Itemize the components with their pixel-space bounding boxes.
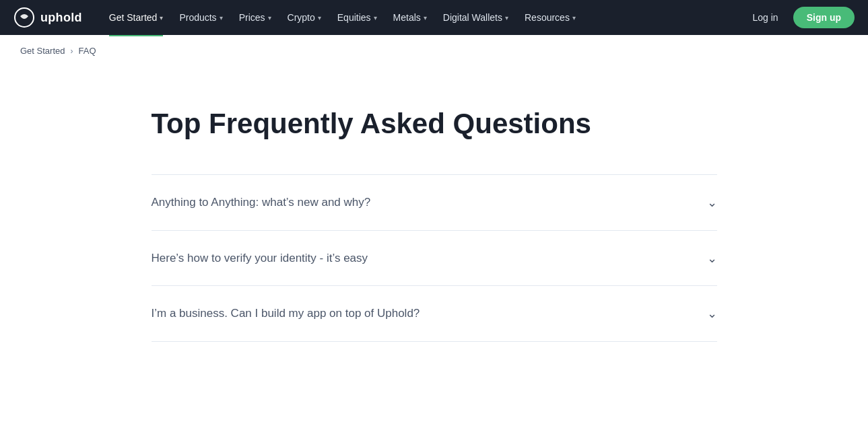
breadcrumb: Get Started › FAQ — [0, 35, 868, 67]
nav-item-products[interactable]: Products ▾ — [172, 8, 229, 27]
chevron-down-icon: ▾ — [505, 14, 508, 22]
logo-text: uphold — [40, 11, 82, 25]
chevron-down-icon: ⌄ — [707, 306, 717, 321]
faq-item-2[interactable]: Here’s how to verify your identity - it’… — [152, 230, 717, 286]
signup-button[interactable]: Sign up — [793, 7, 855, 28]
login-button[interactable]: Log in — [746, 8, 785, 27]
chevron-down-icon: ▾ — [268, 14, 271, 22]
nav-item-digital-wallets[interactable]: Digital Wallets ▾ — [436, 8, 515, 27]
chevron-down-icon: ⌄ — [707, 251, 717, 266]
nav-item-get-started[interactable]: Get Started ▾ — [102, 8, 170, 27]
chevron-down-icon: ⌄ — [707, 195, 717, 210]
logo-icon — [13, 7, 35, 28]
logo-link[interactable]: uphold — [13, 7, 82, 28]
nav-links: Get Started ▾ Products ▾ Prices ▾ Crypto… — [102, 8, 746, 27]
chevron-down-icon: ▾ — [160, 14, 163, 22]
chevron-down-icon: ▾ — [424, 14, 427, 22]
chevron-down-icon: ▾ — [318, 14, 321, 22]
breadcrumb-parent-link[interactable]: Get Started — [20, 46, 65, 56]
nav-item-resources[interactable]: Resources ▾ — [518, 8, 582, 27]
nav-item-metals[interactable]: Metals ▾ — [387, 8, 434, 27]
navbar: uphold Get Started ▾ Products ▾ Prices ▾… — [0, 0, 868, 35]
breadcrumb-separator: › — [70, 46, 73, 56]
nav-item-crypto[interactable]: Crypto ▾ — [281, 8, 328, 27]
page-title: Top Frequently Asked Questions — [152, 107, 717, 141]
faq-item-3[interactable]: I’m a business. Can I build my app on to… — [152, 285, 717, 342]
nav-actions: Log in Sign up — [746, 7, 855, 28]
breadcrumb-current: FAQ — [78, 46, 96, 56]
chevron-down-icon: ▾ — [220, 14, 223, 22]
main-content: Top Frequently Asked Questions Anything … — [131, 67, 737, 369]
chevron-down-icon: ▾ — [374, 14, 377, 22]
nav-item-prices[interactable]: Prices ▾ — [232, 8, 278, 27]
faq-question-3: I’m a business. Can I build my app on to… — [152, 305, 420, 322]
chevron-down-icon: ▾ — [572, 14, 576, 22]
faq-question-1: Anything to Anything: what’s new and why… — [152, 194, 371, 211]
faq-item-1[interactable]: Anything to Anything: what’s new and why… — [152, 174, 717, 230]
faq-question-2: Here’s how to verify your identity - it’… — [152, 250, 368, 267]
nav-item-equities[interactable]: Equities ▾ — [331, 8, 384, 27]
faq-list: Anything to Anything: what’s new and why… — [152, 174, 717, 342]
